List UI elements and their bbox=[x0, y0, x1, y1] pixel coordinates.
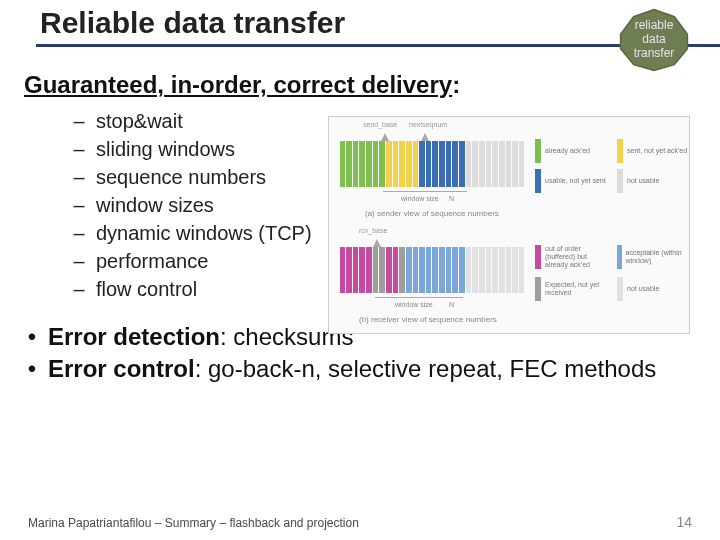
seq-bar bbox=[426, 247, 432, 293]
legend-entry: not usable bbox=[617, 277, 659, 301]
seq-bar bbox=[399, 141, 405, 187]
seq-bar bbox=[479, 141, 485, 187]
seq-bar bbox=[346, 141, 352, 187]
seq-bar bbox=[486, 141, 492, 187]
seq-bar bbox=[492, 141, 498, 187]
seq-bar bbox=[379, 247, 385, 293]
legend-label: usable, not yet sent bbox=[545, 177, 606, 185]
legend-entry: usable, not yet sent bbox=[535, 169, 606, 193]
seq-bar bbox=[459, 247, 465, 293]
seq-bar bbox=[466, 141, 472, 187]
caption-sender: (a) sender view of sequence numbers bbox=[365, 209, 499, 218]
legend-entry: sent, not yet ack'ed bbox=[617, 139, 687, 163]
seq-bar bbox=[512, 247, 518, 293]
footer-text: Marina Papatriantafilou – Summary – flas… bbox=[28, 516, 359, 530]
seq-bar bbox=[346, 247, 352, 293]
seq-bar bbox=[466, 247, 472, 293]
seq-bar bbox=[506, 141, 512, 187]
seq-bar bbox=[446, 141, 452, 187]
arrow-rcvbase-icon bbox=[373, 239, 381, 247]
seq-bar bbox=[353, 141, 359, 187]
legend-label: Expected, not yet received bbox=[545, 281, 609, 297]
legend-label: not usable bbox=[627, 177, 659, 185]
list-item-label: sliding windows bbox=[96, 135, 235, 163]
seq-bar bbox=[386, 247, 392, 293]
seq-bar bbox=[432, 141, 438, 187]
seq-bar bbox=[432, 247, 438, 293]
seq-bar bbox=[413, 141, 419, 187]
seq-bar bbox=[379, 141, 385, 187]
seq-bar bbox=[479, 247, 485, 293]
bullet-icon: • bbox=[26, 353, 38, 385]
seq-bar bbox=[439, 247, 445, 293]
sequence-numbers-figure: send_base nextseqnum already ack'edsent,… bbox=[328, 116, 690, 334]
seq-bar bbox=[353, 247, 359, 293]
legend-label: acceptable (within window) bbox=[626, 249, 689, 265]
seq-bar bbox=[499, 141, 505, 187]
slide: reliable data transfer Reliable data tra… bbox=[0, 0, 720, 540]
legend-swatch bbox=[535, 169, 541, 193]
seq-bar bbox=[413, 247, 419, 293]
seq-bar bbox=[359, 141, 365, 187]
seq-bar bbox=[452, 141, 458, 187]
seq-bar bbox=[419, 141, 425, 187]
dash-icon: – bbox=[72, 163, 86, 191]
list-item-label: window sizes bbox=[96, 191, 214, 219]
legend-swatch bbox=[617, 139, 623, 163]
seq-bar bbox=[512, 141, 518, 187]
seq-bar bbox=[406, 247, 412, 293]
seq-bar bbox=[506, 247, 512, 293]
seq-bar bbox=[459, 141, 465, 187]
arrow-nextseqnum-icon bbox=[421, 133, 429, 141]
list-item-label: sequence numbers bbox=[96, 163, 266, 191]
legend-entry: not usable bbox=[617, 169, 659, 193]
n-label-bot: N bbox=[449, 301, 454, 308]
seq-bar bbox=[373, 141, 379, 187]
seq-bar bbox=[373, 247, 379, 293]
list-item-label: dynamic windows (TCP) bbox=[96, 219, 312, 247]
seq-bar bbox=[393, 247, 399, 293]
seq-bar bbox=[340, 141, 346, 187]
legend-swatch bbox=[617, 245, 622, 269]
footer: Marina Papatriantafilou – Summary – flas… bbox=[28, 514, 692, 530]
sender-bar-run bbox=[339, 141, 525, 187]
dash-icon: – bbox=[72, 191, 86, 219]
list-item-label: stop&wait bbox=[96, 107, 183, 135]
list-item-label: performance bbox=[96, 247, 208, 275]
seq-bar bbox=[340, 247, 346, 293]
dash-icon: – bbox=[72, 275, 86, 303]
legend-swatch bbox=[535, 245, 541, 269]
n-label-top: N bbox=[449, 195, 454, 202]
seq-bar bbox=[446, 247, 452, 293]
seq-bar bbox=[452, 247, 458, 293]
seq-bar bbox=[359, 247, 365, 293]
seq-bar bbox=[386, 141, 392, 187]
bullet-item: •Error control: go-back-n, selective rep… bbox=[26, 353, 720, 385]
legend-swatch bbox=[617, 169, 623, 193]
seq-bar bbox=[399, 247, 405, 293]
seq-bar bbox=[499, 247, 505, 293]
page-number: 14 bbox=[676, 514, 692, 530]
seq-bar bbox=[393, 141, 399, 187]
seq-bar bbox=[519, 247, 525, 293]
bullet-text: Error detection: checksums bbox=[48, 321, 353, 353]
seq-bar bbox=[472, 247, 478, 293]
seq-bar bbox=[486, 247, 492, 293]
list-item-label: flow control bbox=[96, 275, 197, 303]
legend-entry: Expected, not yet received bbox=[535, 277, 609, 301]
window-size-label-top: window size bbox=[401, 195, 439, 202]
seq-bar bbox=[419, 247, 425, 293]
seq-bar bbox=[366, 141, 372, 187]
legend-entry: already ack'ed bbox=[535, 139, 590, 163]
title-block: Reliable data transfer bbox=[0, 0, 720, 47]
legend-swatch bbox=[535, 277, 541, 301]
legend-entry: acceptable (within window) bbox=[617, 245, 689, 269]
seq-bar bbox=[406, 141, 412, 187]
seq-bar bbox=[366, 247, 372, 293]
dash-icon: – bbox=[72, 219, 86, 247]
seq-bar bbox=[519, 141, 525, 187]
label-sendbase: send_base bbox=[363, 121, 397, 128]
legend-label: sent, not yet ack'ed bbox=[627, 147, 687, 155]
arrow-sendbase-icon bbox=[381, 133, 389, 141]
window-size-label-bot: window size bbox=[395, 301, 433, 308]
